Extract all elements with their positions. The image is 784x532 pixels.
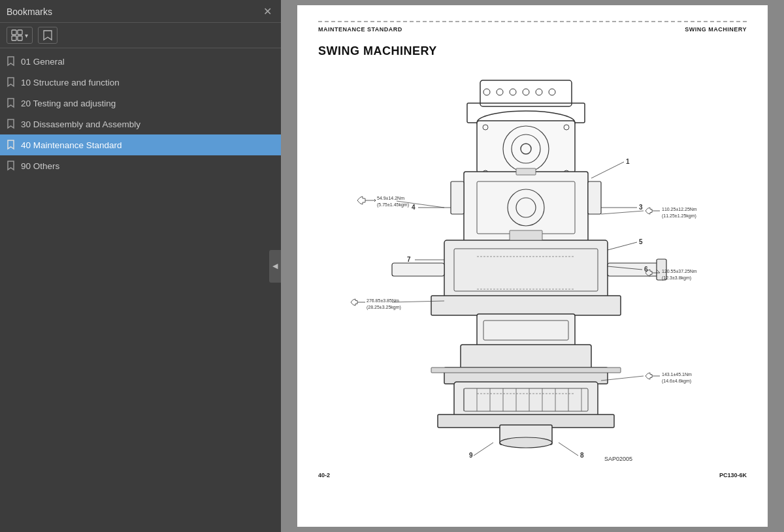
- svg-rect-1: [18, 30, 22, 35]
- collapse-panel-button[interactable]: ◀: [269, 250, 281, 283]
- svg-line-48: [608, 242, 637, 250]
- svg-point-7: [497, 89, 503, 95]
- bookmark-icon-10: [5, 76, 16, 88]
- bookmarks-title: Bookmarks: [7, 7, 52, 17]
- doc-header: MAINTENANCE STANDARD SWING MACHINERY: [318, 21, 747, 33]
- bookmarks-header: Bookmarks ✕: [0, 0, 281, 23]
- page-number: 40-2: [318, 472, 330, 478]
- close-button[interactable]: ✕: [261, 5, 274, 18]
- doc-title: SWING MACHINERY: [318, 44, 747, 58]
- svg-text:8: 8: [580, 452, 584, 459]
- diagram-area: 1 3 4 5 6 7 9: [318, 67, 747, 465]
- svg-point-8: [510, 89, 516, 95]
- svg-rect-2: [12, 36, 16, 40]
- svg-rect-35: [461, 345, 591, 371]
- bookmark-label-10: 10 Structure and function: [21, 78, 273, 87]
- bookmark-item-20[interactable]: 20 Testing and adjusting: [0, 93, 281, 114]
- svg-line-56: [559, 443, 578, 456]
- svg-point-6: [483, 89, 490, 95]
- svg-text:143.1±45.1Nm: 143.1±45.1Nm: [662, 372, 692, 377]
- svg-rect-31: [392, 263, 444, 276]
- toolbar: ▾: [0, 23, 281, 48]
- bookmark-icon-20: [5, 97, 16, 109]
- swing-machinery-diagram: 1 3 4 5 6 7 9: [323, 67, 742, 465]
- svg-line-42: [591, 162, 624, 178]
- svg-text:SAP02005: SAP02005: [604, 456, 632, 462]
- svg-text:7: 7: [407, 256, 411, 263]
- layout-dropdown-icon: ▾: [25, 32, 28, 39]
- bookmark-item-10[interactable]: 10 Structure and function: [0, 72, 281, 93]
- svg-rect-33: [477, 314, 575, 347]
- bookmarks-panel: Bookmarks ✕ ▾ 01 General10 Structure and…: [0, 0, 281, 532]
- bookmark-label-20: 20 Testing and adjusting: [21, 99, 273, 108]
- svg-text:(12.3±3.8kgm): (12.3±3.8kgm): [662, 275, 691, 281]
- bookmark-label-40: 40 Maintenance Standard: [21, 140, 273, 150]
- svg-rect-32: [431, 296, 621, 315]
- svg-text:5: 5: [639, 238, 643, 245]
- model-number: PC130-6K: [719, 472, 747, 478]
- svg-text:120.55±37.25Nm: 120.55±37.25Nm: [662, 269, 697, 274]
- svg-text:(14.6±4.6kgm): (14.6±4.6kgm): [662, 379, 691, 384]
- bookmark-label-01: 01 General: [21, 57, 273, 67]
- doc-header-left: MAINTENANCE STANDARD: [318, 26, 402, 33]
- svg-text:54.9±14.2Nm: 54.9±14.2Nm: [377, 196, 404, 200]
- bookmark-icon-30: [5, 118, 16, 130]
- svg-point-10: [536, 89, 542, 95]
- svg-text:(28.25±3.25kgm): (28.25±3.25kgm): [367, 305, 401, 310]
- svg-point-9: [523, 89, 529, 95]
- svg-rect-13: [477, 121, 575, 173]
- bookmark-label-90: 90 Others: [21, 161, 273, 171]
- svg-text:9: 9: [469, 452, 473, 459]
- svg-point-11: [549, 89, 555, 95]
- svg-rect-0: [12, 30, 16, 35]
- doc-header-right: SWING MACHINERY: [685, 26, 747, 33]
- bookmark-item-30[interactable]: 30 Dissasembly and Assembly: [0, 114, 281, 134]
- svg-rect-85: [510, 230, 542, 240]
- bookmark-item-01[interactable]: 01 General: [0, 51, 281, 72]
- svg-rect-25: [451, 181, 464, 214]
- svg-rect-26: [588, 181, 601, 214]
- svg-text:(5.75±1.45kgm): (5.75±1.45kgm): [377, 202, 409, 208]
- svg-rect-86: [431, 368, 621, 373]
- svg-text:(11.25±1.25kgm): (11.25±1.25kgm): [662, 213, 696, 219]
- bookmarks-list: 01 General10 Structure and function20 Te…: [0, 48, 281, 532]
- bookmark-add-button[interactable]: [38, 27, 57, 44]
- svg-text:4: 4: [412, 204, 416, 211]
- svg-text:1: 1: [626, 158, 630, 165]
- layout-button[interactable]: ▾: [7, 27, 33, 44]
- bookmark-icon-40: [5, 139, 16, 151]
- document-page: MAINTENANCE STANDARD SWING MACHINERY SWI…: [297, 5, 768, 527]
- bookmark-icon-90: [5, 160, 16, 172]
- bookmark-item-40[interactable]: 40 Maintenance Standard: [0, 134, 281, 155]
- doc-footer: 40-2 PC130-6K: [318, 472, 747, 478]
- svg-line-54: [474, 443, 493, 456]
- svg-text:3: 3: [639, 204, 643, 211]
- svg-rect-3: [18, 36, 22, 40]
- svg-rect-37: [454, 382, 598, 418]
- document-view: MAINTENANCE STANDARD SWING MACHINERY SWI…: [281, 0, 784, 532]
- svg-rect-84: [516, 168, 536, 175]
- svg-line-76: [601, 211, 644, 214]
- svg-rect-4: [480, 80, 572, 106]
- bookmark-icon-01: [5, 55, 16, 67]
- bookmark-label-30: 30 Dissasembly and Assembly: [21, 119, 273, 129]
- svg-point-41: [500, 437, 552, 448]
- svg-text:110.25±12.25Nm: 110.25±12.25Nm: [662, 207, 697, 211]
- bookmark-item-90[interactable]: 90 Others: [0, 155, 281, 176]
